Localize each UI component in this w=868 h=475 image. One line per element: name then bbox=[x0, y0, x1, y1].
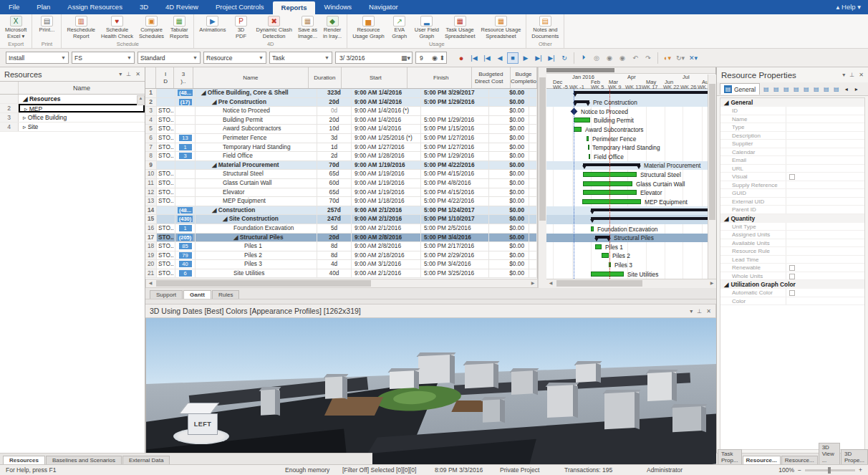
column-header-num[interactable] bbox=[145, 67, 156, 88]
ribbon-button-resource[interactable]: ▅Resource Usage Graph bbox=[349, 15, 387, 41]
column-header-id[interactable]: I D bbox=[156, 67, 174, 88]
dock-tab-resources[interactable]: Resources bbox=[3, 456, 45, 464]
menu-tab-reports[interactable]: Reports bbox=[273, 1, 316, 14]
task-row-17[interactable]: 17STO..(205)◢ Structural Piles20d9:00 AM… bbox=[145, 234, 537, 243]
panel-menu-icon[interactable]: ▾ bbox=[119, 71, 122, 77]
cube-top-face[interactable] bbox=[179, 403, 220, 414]
checkbox[interactable] bbox=[789, 290, 795, 296]
scroll-right-icon[interactable]: ▶ bbox=[708, 280, 716, 287]
column-header-3d[interactable]: 3 ).. bbox=[174, 67, 193, 88]
task-row-2[interactable]: 2(17)◢ Pre Construction20d9:00 AM 1/4/20… bbox=[145, 98, 537, 107]
property-group-general[interactable]: ◢General bbox=[720, 98, 864, 107]
menu-tab-plan[interactable]: Plan bbox=[28, 0, 59, 14]
zoom-slider[interactable] bbox=[805, 469, 855, 471]
task-row-8[interactable]: 8STO..3Field Office2d9:00 AM 1/28/20165:… bbox=[145, 152, 537, 161]
task-row-5[interactable]: 5STO..Award Subcontractors10d9:00 AM 1/4… bbox=[145, 125, 537, 134]
task-row-6[interactable]: 6STO..13Perimeter Fence3d9:00 AM 1/25/20… bbox=[145, 134, 537, 143]
ribbon-button-user-field[interactable]: ▂User Field Graph bbox=[412, 15, 442, 41]
dock-tab-resource-[interactable]: Resource... bbox=[743, 456, 781, 464]
ribbon-button-microsoft[interactable]: XMicrosoft Excel ▾ bbox=[2, 15, 29, 41]
tree-icon[interactable]: ▤ bbox=[822, 85, 830, 93]
ribbon-button-dynamic-clash[interactable]: ✖Dynamic Clash Detection bbox=[253, 15, 294, 41]
gantt-horizontal-scrollbar[interactable]: ◀ ▶ bbox=[546, 279, 716, 288]
zoom-out-button[interactable]: − bbox=[798, 466, 801, 474]
scroll-right-icon[interactable]: ▶ bbox=[529, 280, 537, 287]
resource-select[interactable]: Resource▼ bbox=[203, 52, 266, 64]
step-forward-button[interactable]: ▶| bbox=[533, 52, 544, 64]
task-row-9[interactable]: 9◢ Material Procurement70d9:00 AM 1/19/2… bbox=[145, 161, 537, 171]
task-row-13[interactable]: 13STO..MEP Equipment70d9:00 AM 1/18/2016… bbox=[145, 197, 537, 206]
resource-tree-root[interactable]: ◢ Resources bbox=[0, 95, 145, 104]
tab-gantt[interactable]: Gantt bbox=[183, 290, 211, 299]
task-row-19[interactable]: 19STO..79Piles 28d9:00 AM 2/18/20165:00 … bbox=[145, 251, 537, 261]
ribbon-button-animations[interactable]: ▶Animations bbox=[196, 15, 228, 41]
zoom-in-button[interactable]: + bbox=[859, 466, 862, 474]
ribbon-button-schedule[interactable]: ♥Schedule Health Check bbox=[98, 15, 136, 41]
help-menu[interactable]: ▴ Help ▾ bbox=[836, 3, 861, 11]
scroll-left-icon[interactable]: ◀ bbox=[146, 280, 155, 287]
dock-tab-baselines-and-scenarios[interactable]: Baselines and Scenarios bbox=[46, 456, 122, 464]
menu-tab-navigator[interactable]: Navigator bbox=[360, 0, 407, 14]
tab-scroll-left-icon[interactable]: ◂ bbox=[842, 85, 850, 93]
checkbox[interactable] bbox=[789, 265, 795, 271]
menu-tab-project-controls[interactable]: Project Controls bbox=[207, 0, 273, 14]
cube-left-face[interactable]: LEFT bbox=[188, 413, 218, 435]
pin-icon[interactable]: ⊥ bbox=[697, 308, 702, 315]
summary-bar[interactable] bbox=[574, 100, 589, 103]
task-row-20[interactable]: 20STO..40Piles 34d9:00 AM 3/1/20165:00 P… bbox=[145, 260, 537, 269]
task-bar[interactable] bbox=[574, 117, 590, 123]
navigation-cube[interactable]: LEFT bbox=[172, 398, 236, 448]
tab-support[interactable]: Support bbox=[150, 290, 183, 299]
panel-menu-icon[interactable]: ▾ bbox=[690, 308, 693, 315]
ribbon-button-eva[interactable]: ↗EVA Graph bbox=[387, 15, 412, 41]
summary-bar[interactable] bbox=[583, 163, 640, 166]
set-focus-time-button[interactable]: ⏵ bbox=[578, 52, 589, 64]
dock-tab-3d-prope-[interactable]: 3D Prope... bbox=[841, 449, 868, 464]
task-bar[interactable] bbox=[595, 244, 602, 249]
resource-row-mep[interactable]: 2▹ MEP bbox=[0, 104, 145, 113]
checkbox[interactable] bbox=[789, 174, 795, 180]
menu-tab-file[interactable]: File bbox=[0, 0, 28, 14]
task-row-10[interactable]: 10STO..Structural Steel65d9:00 AM 1/19/2… bbox=[145, 170, 537, 179]
ribbon-button-compare[interactable]: ▣Compare Schedules bbox=[136, 15, 167, 41]
tab-rules[interactable]: Rules bbox=[212, 290, 239, 299]
redo-button[interactable]: ↷ bbox=[642, 52, 654, 64]
task-bar[interactable] bbox=[602, 253, 609, 258]
task-bar[interactable] bbox=[582, 199, 641, 204]
task-row-1[interactable]: 1(48...◢ Office Building, Core & Shell32… bbox=[145, 89, 537, 98]
task-row-4[interactable]: 4STO..Building Permit20d9:00 AM 1/4/2016… bbox=[145, 116, 537, 125]
step-backward-button[interactable]: |◀ bbox=[481, 52, 493, 64]
close-icon[interactable]: ✕ bbox=[135, 71, 140, 77]
task-row-12[interactable]: 12STO..Elevator65d9:00 AM 1/19/20165:00 … bbox=[145, 188, 537, 198]
panel-menu-icon[interactable]: ▾ bbox=[842, 72, 845, 78]
ribbon-button-print-[interactable]: ▤Print... bbox=[34, 15, 59, 41]
ribbon-button-save-as[interactable]: ▦Save as Image... bbox=[295, 15, 320, 41]
focus-date-input[interactable]: 3/ 3/2016▦▾ bbox=[335, 52, 413, 64]
play-forward-button[interactable]: ▶ bbox=[520, 52, 531, 64]
task-bar[interactable] bbox=[583, 181, 632, 186]
3d-viewport[interactable]: LEFT bbox=[145, 318, 716, 464]
next-keyframe-button[interactable]: ◉ bbox=[617, 52, 628, 64]
install-select[interactable]: Install▼ bbox=[6, 52, 69, 64]
task-bar[interactable] bbox=[589, 154, 590, 159]
profile-select[interactable]: Standard▼ bbox=[138, 52, 201, 64]
undo-button[interactable]: ↶ bbox=[630, 52, 641, 64]
table-horizontal-scrollbar[interactable]: ◀ ▶ bbox=[145, 279, 538, 288]
ribbon-button-task-usage[interactable]: ▦Task Usage Spreadsheet bbox=[442, 15, 478, 41]
sort-icon[interactable]: ▤ bbox=[802, 85, 810, 93]
summary-bar[interactable] bbox=[595, 236, 610, 239]
dock-tab-3d-view-[interactable]: 3D View ... bbox=[819, 443, 840, 464]
task-row-3[interactable]: 3STO..Notice to Proceed0d9:00 AM 1/4/201… bbox=[145, 107, 537, 116]
name-column-header[interactable]: Name bbox=[19, 82, 145, 94]
column-header-compl[interactable]: Budge Completio bbox=[511, 67, 537, 88]
pin-icon[interactable]: ⊥ bbox=[849, 72, 854, 78]
table-vertical-scrollbar[interactable] bbox=[538, 67, 546, 288]
time-input[interactable]: 9◉ ⬍ bbox=[415, 52, 447, 64]
jump-to-start-button[interactable]: |◀ bbox=[468, 52, 480, 64]
column-header-fin[interactable]: Finish bbox=[408, 67, 472, 88]
dock-tab-external-data[interactable]: External Data bbox=[122, 456, 170, 464]
highlight-icon[interactable]: ▤ bbox=[812, 85, 820, 93]
task-row-16[interactable]: 16STO..1Foundation Excavation5d9:00 AM 2… bbox=[145, 224, 537, 234]
loop-playback-button[interactable]: ↻ bbox=[559, 52, 570, 64]
close-icon[interactable]: ✕ bbox=[859, 72, 864, 78]
